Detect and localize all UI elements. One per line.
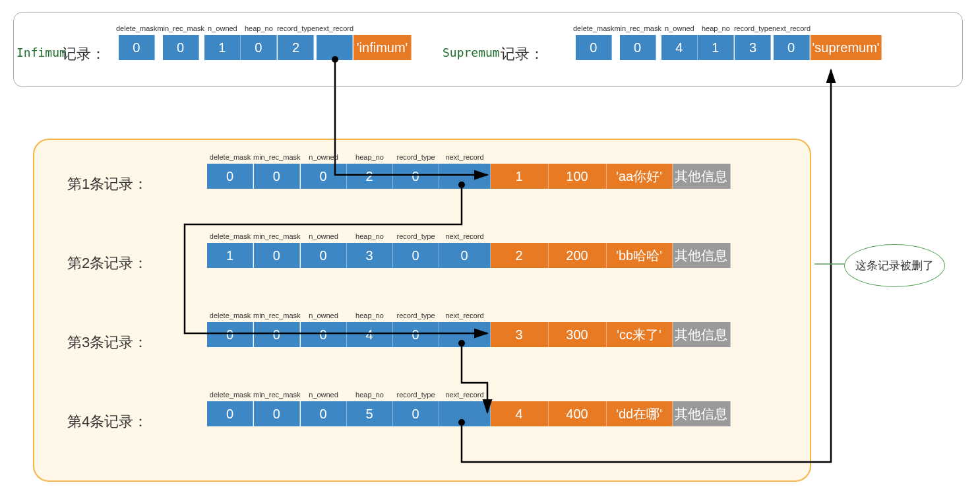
data-cell: 3 <box>491 322 549 347</box>
cell: 1 <box>698 35 734 60</box>
cell <box>439 164 491 189</box>
hdr-n-owned: n_owned <box>665 24 694 32</box>
data-cell: 100 <box>549 164 607 189</box>
cell: 0 <box>301 243 347 268</box>
extra-cell: 其他信息 <box>673 322 731 347</box>
supremum-code-label: Supremum <box>443 46 500 59</box>
cell: 0 <box>254 322 300 347</box>
extra-cell: 其他信息 <box>673 243 731 268</box>
cell: 0 <box>254 164 300 189</box>
data-cell: 'aa你好' <box>607 164 673 189</box>
hdr-min-rec-mask: min_rec_mask <box>614 24 661 32</box>
hdr-heap-no: heap_no <box>245 24 273 32</box>
record-label: 第2条记录： <box>67 253 148 273</box>
record: delete_mask0 min_rec_mask0 n_owned0 heap… <box>207 153 731 189</box>
cell: 0 <box>301 322 347 347</box>
record: delete_mask0 min_rec_mask0 n_owned0 heap… <box>207 391 731 426</box>
cell: 0 <box>254 243 300 268</box>
system-records-box: Infimum 记录： delete_mask0 min_rec_mask0 n… <box>13 12 963 87</box>
cell: 0 <box>301 401 347 426</box>
hdr-next-record: next_record <box>315 24 353 32</box>
cell: 0 <box>301 164 347 189</box>
hdr-record-type: record_type <box>277 24 315 32</box>
data-cell: 'cc来了' <box>607 322 673 347</box>
record-label: 第1条记录： <box>67 174 148 194</box>
data-cell: 4 <box>491 401 549 426</box>
deleted-callout: 这条记录被删了 <box>844 244 945 287</box>
cell: 3 <box>347 243 393 268</box>
cell: 0 <box>163 35 199 60</box>
cell: 0 <box>439 243 491 268</box>
hdr-delete-mask: delete_mask <box>116 24 157 32</box>
cell: 1 <box>207 243 253 268</box>
hdr-n-owned: n_owned <box>208 24 237 32</box>
user-records-box: 第1条记录： delete_mask0 min_rec_mask0 n_owne… <box>33 139 811 482</box>
cell: 0 <box>207 164 253 189</box>
data-cell: 'dd在哪' <box>607 401 673 426</box>
record: delete_mask1 min_rec_mask0 n_owned0 heap… <box>207 232 731 268</box>
hdr-delete-mask: delete_mask <box>573 24 614 32</box>
cell: 0 <box>774 35 810 60</box>
record: delete_mask0 min_rec_mask0 n_owned0 heap… <box>207 312 731 347</box>
cell: 0 <box>207 322 253 347</box>
cell: 1 <box>204 35 241 60</box>
extra-cell: 其他信息 <box>673 164 731 189</box>
cell: 4 <box>347 322 393 347</box>
infimum-text-label: 记录： <box>62 44 106 64</box>
cell: 0 <box>393 243 439 268</box>
cell: 0 <box>207 401 253 426</box>
supremum-record: delete_mask0 min_rec_mask0 n_owned4 heap… <box>573 24 882 60</box>
hdr-heap-no: heap_no <box>702 24 730 32</box>
data-cell: 300 <box>549 322 607 347</box>
data-cell: 'bb哈哈' <box>607 243 673 268</box>
data-cell: 2 <box>491 243 549 268</box>
cell: 0 <box>241 35 277 60</box>
extra-cell: 其他信息 <box>673 401 731 426</box>
cell: 3 <box>735 35 771 60</box>
cell: 0 <box>620 35 656 60</box>
infimum-code-label: Infimum <box>16 46 67 59</box>
cell: 0 <box>393 322 439 347</box>
data-cell: 1 <box>491 164 549 189</box>
infimum-record: delete_mask0 min_rec_mask0 n_owned1 heap… <box>116 24 412 60</box>
data-cell: 400 <box>549 401 607 426</box>
supremum-text-label: 记录： <box>501 44 544 64</box>
cell <box>317 35 353 60</box>
record-label: 第3条记录： <box>67 333 148 352</box>
data-cell: 200 <box>549 243 607 268</box>
cell <box>439 401 491 426</box>
cell: 5 <box>347 401 393 426</box>
cell <box>439 322 491 347</box>
cell: 0 <box>393 401 439 426</box>
cell: 0 <box>254 401 300 426</box>
hdr-min-rec-mask: min_rec_mask <box>157 24 204 32</box>
cell: 2 <box>347 164 393 189</box>
cell: 2 <box>278 35 314 60</box>
hdr-record-type: record_type <box>734 24 772 32</box>
cell: 0 <box>393 164 439 189</box>
cell: 4 <box>661 35 698 60</box>
cell: 0 <box>119 35 155 60</box>
record-label: 第4条记录： <box>67 412 148 432</box>
hdr-next-record: next_record <box>772 24 811 32</box>
infimum-text-cell: 'infimum' <box>353 35 412 60</box>
cell: 0 <box>576 35 612 60</box>
supremum-text-cell: 'supremum' <box>811 35 882 60</box>
